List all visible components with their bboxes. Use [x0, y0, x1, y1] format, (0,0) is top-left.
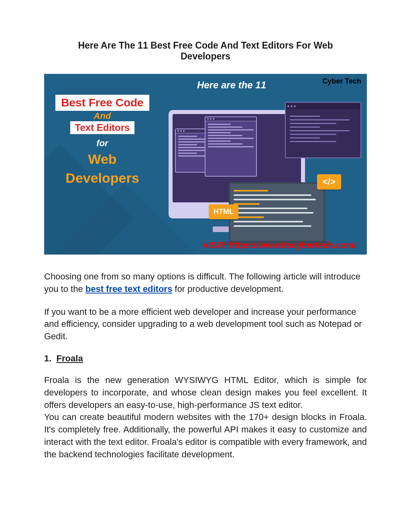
paragraph: If you want to be a more efficient web d… [44, 306, 367, 343]
banner-for: for [44, 138, 161, 149]
banner-developers: Developers [44, 170, 161, 186]
best-free-text-editors-link[interactable]: best free text editors [85, 284, 172, 294]
text: for productive development. [172, 284, 284, 294]
section-title: Froala [57, 353, 83, 363]
banner-text-stack: Best Free Code And Text Editors for Web … [44, 94, 161, 186]
code-tag-icon: </> [317, 174, 341, 190]
visit-url: VISIT: https://www.itscybertech.com/ [203, 240, 356, 251]
section-heading: 1. Froala [44, 353, 367, 364]
paragraph: Froala is the new generation WYSIWYG HTM… [44, 374, 367, 411]
hero-banner: Cyber Tech Here are the 11 Best Free Cod… [44, 74, 367, 255]
laptop-icon [229, 182, 325, 243]
banner-web: Web [44, 151, 161, 167]
banner-and: And [44, 111, 161, 121]
illustration: HTML </> [169, 102, 345, 238]
page-title: Here Are The 11 Best Free Code And Text … [44, 40, 367, 62]
banner-subtitle: Here are the 11 [44, 79, 367, 91]
section-number: 1. [44, 353, 51, 363]
html-tag-icon: HTML [209, 204, 238, 219]
intro-paragraph: Choosing one from so many options is dif… [44, 271, 367, 296]
paragraph: You can create beautiful modern websites… [44, 411, 367, 461]
banner-badge: Text Editors [70, 121, 135, 134]
code-window-icon [285, 102, 361, 158]
banner-badge: Best Free Code [55, 95, 149, 111]
